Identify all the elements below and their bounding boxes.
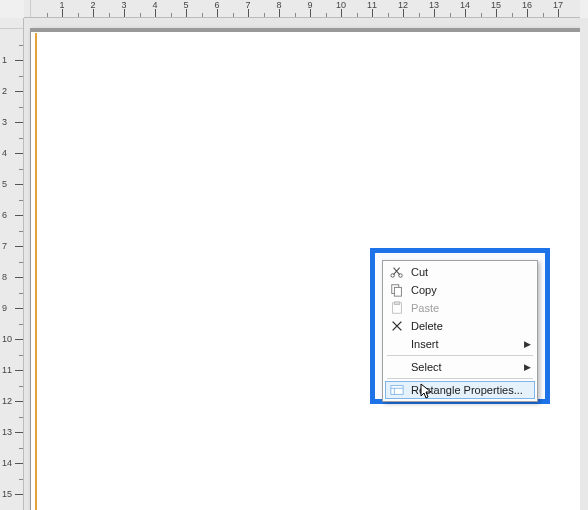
ruler-number: 15 (491, 0, 501, 10)
svg-rect-6 (391, 386, 403, 395)
page-left-margin-guide (35, 33, 37, 510)
ruler-tick-minor (264, 13, 265, 17)
ruler-number: 5 (2, 179, 7, 189)
ruler-tick (155, 9, 156, 17)
vertical-ruler[interactable]: 123456789101112131415 (0, 18, 24, 510)
context-menu[interactable]: Cut Copy Paste Delete (382, 260, 538, 402)
svg-point-1 (399, 274, 403, 278)
ruler-tick-minor (19, 293, 23, 294)
ruler-tick (15, 122, 23, 123)
ruler-number: 3 (2, 117, 7, 127)
ruler-number: 11 (2, 365, 12, 375)
ruler-number: 17 (553, 0, 563, 10)
ruler-tick (15, 184, 23, 185)
ruler-tick-minor (19, 107, 23, 108)
ruler-tick-minor (19, 386, 23, 387)
ruler-tick-minor (19, 169, 23, 170)
ruler-tick (434, 9, 435, 17)
ruler-number: 11 (367, 0, 377, 10)
ruler-tick (15, 401, 23, 402)
svg-rect-5 (394, 302, 399, 305)
vertical-scrollbar[interactable] (580, 18, 588, 510)
ruler-number: 9 (307, 0, 312, 10)
blank-icon (389, 359, 405, 375)
ruler-tick-minor (171, 13, 172, 17)
svg-rect-3 (394, 287, 401, 296)
ruler-number: 1 (59, 0, 64, 10)
document-workspace: 1234567891011121314151617 12345678910111… (0, 0, 588, 510)
properties-icon (389, 382, 405, 398)
menu-item-cut[interactable]: Cut (385, 263, 535, 281)
ruler-number: 16 (522, 0, 532, 10)
ruler-number: 7 (2, 241, 7, 251)
context-menu-highlight: Cut Copy Paste Delete (370, 248, 550, 404)
ruler-number: 12 (2, 396, 12, 406)
menu-item-copy[interactable]: Copy (385, 281, 535, 299)
ruler-tick (372, 9, 373, 17)
ruler-tick-minor (140, 13, 141, 17)
menu-item-select[interactable]: Select ▶ (385, 358, 535, 376)
ruler-number: 6 (214, 0, 219, 10)
menu-item-insert[interactable]: Insert ▶ (385, 335, 535, 353)
menu-item-rectangle-properties[interactable]: Rectangle Properties... (385, 381, 535, 399)
ruler-tick (15, 60, 23, 61)
ruler-number: 1 (2, 55, 7, 65)
ruler-tick (558, 9, 559, 17)
menu-label: Cut (411, 266, 531, 278)
ruler-number: 3 (121, 0, 126, 10)
horizontal-ruler[interactable]: 1234567891011121314151617 (24, 0, 580, 18)
ruler-number: 14 (460, 0, 470, 10)
ruler-tick (15, 246, 23, 247)
ruler-tick (15, 339, 23, 340)
ruler-tick-minor (19, 324, 23, 325)
ruler-tick (15, 463, 23, 464)
ruler-tick-minor (419, 13, 420, 17)
ruler-tick (248, 9, 249, 17)
blank-icon (389, 336, 405, 352)
ruler-number: 13 (429, 0, 439, 10)
ruler-tick (310, 9, 311, 17)
ruler-tick-minor (543, 13, 544, 17)
ruler-tick-minor (450, 13, 451, 17)
ruler-tick (62, 9, 63, 17)
ruler-number: 7 (245, 0, 250, 10)
ruler-tick (15, 215, 23, 216)
ruler-tick-minor (19, 200, 23, 201)
submenu-arrow-icon: ▶ (524, 339, 531, 349)
ruler-number: 4 (152, 0, 157, 10)
ruler-tick (341, 9, 342, 17)
ruler-tick (15, 277, 23, 278)
ruler-tick-minor (326, 13, 327, 17)
ruler-tick-minor (512, 13, 513, 17)
menu-label: Select (411, 361, 520, 373)
ruler-number: 4 (2, 148, 7, 158)
ruler-number: 9 (2, 303, 7, 313)
ruler-tick (496, 9, 497, 17)
menu-label: Rectangle Properties... (411, 384, 531, 396)
ruler-tick (15, 432, 23, 433)
ruler-number: 13 (2, 427, 12, 437)
ruler-tick-minor (233, 13, 234, 17)
ruler-number: 12 (398, 0, 408, 10)
ruler-tick-minor (19, 479, 23, 480)
ruler-tick (186, 9, 187, 17)
menu-label: Paste (411, 302, 531, 314)
ruler-tick-minor (78, 13, 79, 17)
ruler-tick-minor (481, 13, 482, 17)
ruler-tick (527, 9, 528, 17)
ruler-tick (124, 9, 125, 17)
ruler-tick-minor (19, 262, 23, 263)
ruler-tick-minor (19, 448, 23, 449)
ruler-number: 5 (183, 0, 188, 10)
ruler-tick-minor (295, 13, 296, 17)
ruler-tick (403, 9, 404, 17)
ruler-tick-minor (19, 138, 23, 139)
ruler-number: 14 (2, 458, 12, 468)
ruler-tick-minor (47, 13, 48, 17)
menu-item-delete[interactable]: Delete (385, 317, 535, 335)
svg-point-0 (391, 274, 395, 278)
ruler-tick-minor (19, 417, 23, 418)
ruler-tick-minor (19, 45, 23, 46)
menu-label: Copy (411, 284, 531, 296)
ruler-tick (15, 308, 23, 309)
